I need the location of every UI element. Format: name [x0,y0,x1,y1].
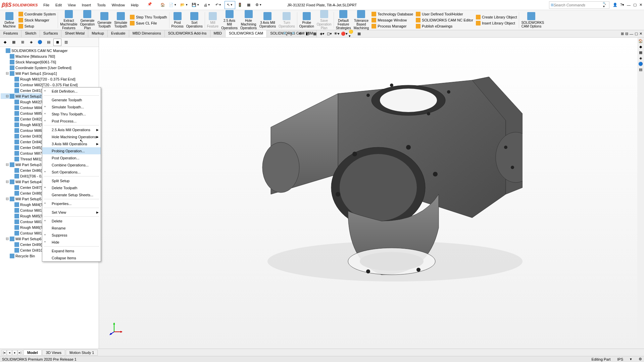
tree-node[interactable]: Rough Mill1[T20 - 0.375 Flat End] [1,76,98,82]
menu-insert[interactable]: Insert [81,2,92,8]
rebuild-button[interactable]: 🚦 [236,1,244,9]
ctx-simulate-toolpath[interactable]: ▫Simulate Toolpath... [42,103,101,110]
panel-minimize-icon[interactable]: — [630,32,633,36]
home-button[interactable]: 🏠 [159,1,167,9]
ctx-edit-definition[interactable]: ▫Edit Definition... [42,88,101,95]
minimize-icon[interactable]: — [627,3,631,7]
stock-manager-button[interactable]: Stock Manager [17,17,57,23]
tab-mbd-dimensions[interactable]: MBD Dimensions [129,30,165,37]
settings-button[interactable]: ⚙▼ [253,1,264,9]
coordinate-system-button[interactable]: Coordinate System [17,11,57,17]
user-tool-button[interactable]: User Defined Tool/Holder [414,11,475,17]
panel-collapse-icon[interactable]: ⊟ [625,32,628,36]
extract-features-button[interactable]: Extract Machinable Features [59,9,79,31]
new-button[interactable]: 📄▼ [167,1,178,9]
tolerance-machining-button[interactable]: Tolerance Based Machining [352,9,370,31]
tree-node[interactable]: Stock Manager[6061-T6] [1,59,98,65]
ctx-step-thru-toolpath[interactable]: ▫Step Thru Toolpath... [42,110,101,117]
generate-toolpath-button[interactable]: Generate Toolpath [96,11,113,29]
close-icon[interactable]: ✕ [639,3,642,7]
tab-markup[interactable]: Markup [88,30,108,37]
help-icon[interactable]: ?▾ [620,3,624,7]
ctx-post-process[interactable]: ▫Post Process... [42,117,101,124]
ctx-3-axis-mill-operations[interactable]: 3 Axis Mill Operations▶ [42,140,101,147]
task-tab-2[interactable]: ◆ [639,45,642,49]
status-units[interactable]: IPS [617,357,623,361]
zoom-fit-icon[interactable]: 🔍 [282,31,288,37]
ctx-probing-operation[interactable]: Probing Operation... [42,147,101,154]
view-orientation-icon[interactable]: ◈▾ [319,31,325,37]
tree-node[interactable]: Coordinate System [User Defined] [1,65,98,70]
ctx-hide[interactable]: ▫Hide [42,239,101,246]
display-style-icon[interactable]: ◻▾ [327,31,333,37]
simulate-toolpath-button[interactable]: Simulate Toolpath [113,11,129,29]
tab-motion-study[interactable]: Motion Study 1 [66,350,98,356]
tree-node[interactable]: Contour Mill2[T20 - 0.375 Flat End] [1,82,98,88]
tab-surfaces[interactable]: Surfaces [40,30,61,37]
menu-view[interactable]: View [67,2,77,8]
ctx-sort-operations[interactable]: ▫Sort Operations... [42,168,101,175]
create-lib-button[interactable]: Create Library Object [475,14,518,20]
tab-sheet-metal[interactable]: Sheet Metal [61,30,88,37]
nav-prev[interactable]: ◂ [7,350,12,355]
tree-tab-cam[interactable]: ◼ [53,39,61,46]
tab-solidworks-cam[interactable]: SOLIDWORKS CAM [226,30,267,37]
nav-next[interactable]: ▸ [12,350,17,355]
ctx-expand-items[interactable]: Expand Items [42,247,101,254]
maximize-icon[interactable]: ▢ [633,3,637,7]
probe-op-button[interactable]: Probe Operation [298,11,315,29]
ctx-collapse-items[interactable]: Collapse Items [42,254,101,261]
view-triad[interactable] [109,322,122,335]
tab-solidworks-add-ins[interactable]: SOLIDWORKS Add-Ins [165,30,210,37]
tree-tab-6[interactable]: ▤ [45,39,53,46]
25axis-button[interactable]: 2.5 Axis Mill Operations [220,9,239,31]
tab-sketch[interactable]: Sketch [21,30,40,37]
pin-icon[interactable]: 📌 [147,2,152,8]
cam-options-button[interactable]: SOLIDWORKS CAM Options [520,11,543,29]
sort-ops-button[interactable]: Sort Operations [185,11,204,29]
zoom-area-icon[interactable]: 🔎 [290,31,296,37]
task-tab-6[interactable]: ▤ [639,67,642,72]
undo-button[interactable]: ↶▼ [213,1,224,9]
task-tab-3[interactable]: ▦ [639,50,642,55]
menu-window[interactable]: Window [111,2,126,8]
tree-root[interactable]: SOLIDWORKS CAM NC Manager [1,48,98,53]
menu-tools[interactable]: Tools [96,2,106,8]
panel-expand-icon[interactable]: ⊞ [621,32,624,36]
publish-edrawings-button[interactable]: Publish eDrawings [414,23,475,29]
menu-file[interactable]: File [43,2,50,8]
ctx-set-view[interactable]: Set View▶ [42,209,101,216]
select-button[interactable]: ↖▼ [225,1,235,9]
default-strategies-button[interactable]: Default Feature Strategies [335,9,352,31]
tab-mbd[interactable]: MBD [210,30,226,37]
generate-op-plan-button[interactable]: Generate Operation Plan [79,9,96,31]
tab-model[interactable]: Model [23,350,42,356]
tab-evaluate[interactable]: Evaluate [108,30,129,37]
save-button[interactable]: 💾▼ [190,1,201,9]
ctx-hole-machining-operations[interactable]: Hole Machining Operations▶ [42,133,101,140]
tree-node[interactable]: Machine [Matsuura 760] [1,53,98,59]
panel-maximize-icon[interactable]: ▢ [635,32,638,36]
status-settings-icon[interactable]: ⚙ [639,357,642,361]
ctx-post-operation[interactable]: Post Operation... [42,154,101,161]
menu-help[interactable]: Help [130,2,139,8]
tree-tab-1[interactable]: ◆ [1,39,9,46]
open-button[interactable]: 📂▼ [179,1,190,9]
save-cl-button[interactable]: Save CL File [129,20,168,26]
hide-show-icon[interactable]: 👁▾ [334,31,340,37]
ctx-rename[interactable]: Rename [42,224,101,231]
task-tab-1[interactable]: 🏠 [638,39,643,43]
tab-features[interactable]: Features [0,30,21,37]
tree-tab-2[interactable]: ▦ [10,39,18,46]
ctx-properties[interactable]: ▫Properties... [42,200,101,207]
task-tab-4[interactable]: ◈ [639,56,642,60]
menu-edit[interactable]: Edit [55,2,62,8]
nc-editor-button[interactable]: SOLIDWORKS CAM NC Editor [414,17,475,23]
tree-tab-4[interactable]: ◈ [27,39,35,46]
user-icon[interactable]: 👤 [613,3,617,7]
define-machine-button[interactable]: Define Machine [2,11,17,29]
print-button[interactable]: 🖨▼ [202,1,212,9]
ctx-suppress[interactable]: ▫Suppress [42,231,101,239]
dynamic-annotation-icon[interactable]: ▦ [312,31,318,37]
status-arrow[interactable]: ▾ [630,357,632,361]
